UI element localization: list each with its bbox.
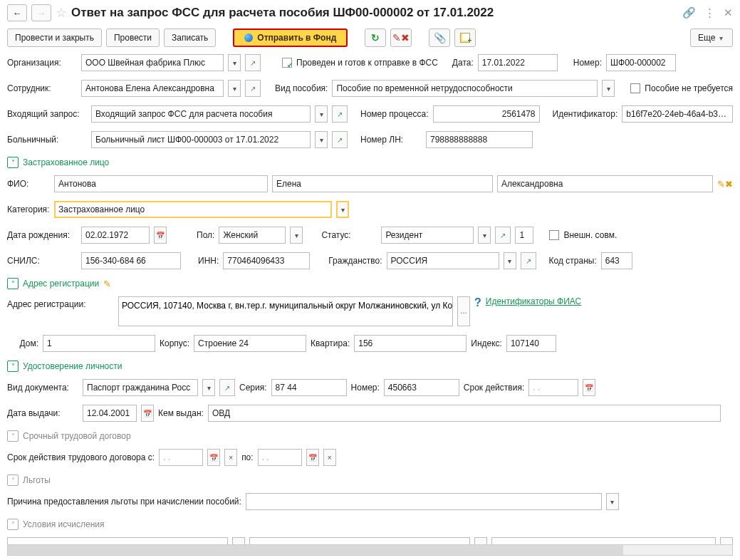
help-icon[interactable]: ? (474, 296, 481, 309)
number-input[interactable]: ШФ00-000002 (606, 54, 676, 71)
country-code-input[interactable]: 643 (601, 252, 632, 269)
link-icon[interactable]: 🔗 (682, 6, 696, 19)
kebab-icon[interactable]: ⋮ (704, 6, 715, 19)
doc-kind-open[interactable]: ↗ (219, 379, 235, 396)
employee-dd[interactable]: ▾ (228, 80, 241, 97)
send-to-fund-label: Отправить в Фонд (257, 33, 336, 43)
section-contract[interactable]: ˅ Срочный трудовой договор (7, 430, 733, 442)
sicklist-dd[interactable]: ▾ (315, 131, 328, 148)
remove-person-button[interactable]: ✎✖ (390, 28, 412, 47)
lastname-input[interactable]: Антонова (54, 175, 268, 192)
edit-address-icon[interactable]: ✎ (103, 279, 111, 289)
incoming-label: Входящий запрос: (7, 109, 87, 119)
series-input[interactable]: 87 44 (271, 379, 347, 396)
chevron-down-icon: ˅ (7, 475, 19, 486)
more-label: Еще (698, 33, 715, 43)
inn-input[interactable]: 770464096433 (223, 252, 310, 269)
chevron-down-icon: ˅ (7, 430, 19, 442)
sicklist-input[interactable]: Больничный лист ШФ00-000003 от 17.01.202… (91, 131, 311, 148)
section-insured-person[interactable]: ˅ Застрахованное лицо (7, 157, 733, 168)
doc-status: Проведен и готов к отправке в ФСС (296, 58, 438, 68)
status-icon (282, 58, 292, 68)
patronymic-input[interactable]: Александровна (497, 175, 713, 192)
contract-from-cal[interactable]: 📅 (207, 449, 220, 466)
incoming-dd[interactable]: ▾ (315, 105, 328, 123)
external-combined-checkbox[interactable] (549, 230, 559, 240)
organization-open[interactable]: ↗ (245, 54, 261, 71)
issued-by-input[interactable]: ОВД (208, 405, 721, 422)
corpus-input[interactable]: Строение 24 (194, 335, 306, 352)
address-more[interactable]: … (457, 296, 470, 326)
star-icon[interactable]: ☆ (56, 5, 67, 21)
zip-input[interactable]: 107140 (506, 335, 556, 352)
create-from-button[interactable] (454, 28, 476, 47)
horizontal-scrollbar[interactable] (7, 544, 733, 556)
status-dd[interactable]: ▾ (478, 227, 491, 244)
benefit-not-required-checkbox[interactable] (630, 83, 640, 93)
more-button[interactable]: Еще ▾ (690, 28, 733, 47)
employee-open[interactable]: ↗ (245, 80, 261, 97)
process-input[interactable]: 2561478 (433, 105, 540, 123)
edit-fio-icon[interactable]: ✎✖ (717, 179, 733, 190)
attachments-button[interactable]: 📎 (429, 28, 450, 47)
benefit-kind-input[interactable]: Пособие по временной нетрудоспособности (332, 80, 598, 97)
citizenship-open[interactable]: ↗ (521, 252, 536, 269)
sex-dd[interactable]: ▾ (290, 227, 303, 244)
citizenship-dd[interactable]: ▾ (504, 252, 516, 269)
nav-back-button[interactable]: ← (7, 4, 27, 21)
sex-input[interactable]: Женский (219, 227, 286, 244)
docnum-input[interactable]: 450663 (384, 379, 459, 396)
dob-input[interactable]: 02.02.1972 (81, 227, 150, 244)
snils-input[interactable]: 156-340-684 66 (81, 252, 181, 269)
contract-to-cal[interactable]: 📅 (306, 449, 319, 466)
doc-kind-input[interactable]: Паспорт гражданина Росс (83, 379, 198, 396)
benefit-reason-dd[interactable]: ▾ (606, 493, 619, 510)
contract-from-input[interactable]: . . (159, 449, 203, 466)
section-identity-doc[interactable]: ˅ Удостоверение личности (7, 361, 733, 372)
series-label: Серия: (239, 383, 267, 393)
dob-cal[interactable]: 📅 (154, 227, 167, 244)
contract-to-clear[interactable]: × (323, 449, 336, 466)
nav-forward-button[interactable]: → (31, 4, 51, 21)
firstname-input[interactable]: Елена (272, 175, 493, 192)
sicklist-open[interactable]: ↗ (332, 131, 348, 148)
valid-cal[interactable]: 📅 (583, 379, 595, 396)
employee-input[interactable]: Антонова Елена Александровна (81, 80, 224, 97)
incoming-input[interactable]: Входящий запрос ФСС для расчета пособия (91, 105, 311, 123)
organization-label: Организация: (7, 58, 77, 68)
section-benefits-label: Льготы (23, 475, 51, 485)
category-dd[interactable]: ▾ (336, 201, 349, 218)
contract-to-input[interactable]: . . (258, 449, 302, 466)
incoming-open[interactable]: ↗ (332, 105, 348, 123)
valid-input[interactable]: . . (528, 379, 578, 396)
status-input[interactable]: Резидент (381, 227, 474, 244)
section-address[interactable]: ˅ Адрес регистрации ✎ (7, 278, 733, 289)
organization-dd[interactable]: ▾ (228, 54, 241, 71)
flat-input[interactable]: 156 (354, 335, 467, 352)
doc-kind-dd[interactable]: ▾ (202, 379, 215, 396)
identifier-input[interactable]: b16f7e20-24eb-46a4-b34c-cbc075a8 (622, 105, 733, 123)
fias-link[interactable]: Идентификаторы ФИАС (486, 296, 581, 306)
close-icon[interactable]: ✕ (724, 6, 733, 19)
refresh-button[interactable]: ↻ (365, 28, 386, 47)
contract-from-clear[interactable]: × (224, 449, 237, 466)
issued-cal[interactable]: 📅 (141, 405, 154, 422)
status-code-input[interactable]: 1 (515, 227, 533, 244)
date-input[interactable]: 17.01.2022 (478, 54, 558, 71)
citizenship-input[interactable]: РОССИЯ (387, 252, 499, 269)
issued-input[interactable]: 12.04.2001 (83, 405, 137, 422)
section-calc[interactable]: ˅ Условия исчисления (7, 519, 733, 530)
organization-input[interactable]: ООО Швейная фабрика Плюс (81, 54, 224, 71)
benefit-reason-input[interactable] (246, 493, 602, 510)
ln-input[interactable]: 798888888888 (426, 131, 533, 148)
save-button[interactable]: Записать (164, 28, 216, 47)
post-and-close-button[interactable]: Провести и закрыть (7, 28, 102, 47)
address-input[interactable] (118, 296, 453, 326)
send-to-fund-button[interactable]: Отправить в Фонд (233, 28, 348, 47)
post-button[interactable]: Провести (106, 28, 160, 47)
status-open[interactable]: ↗ (495, 227, 511, 244)
category-input[interactable]: Застрахованное лицо (54, 201, 332, 218)
benefit-kind-dd[interactable]: ▾ (602, 80, 615, 97)
section-benefits[interactable]: ˅ Льготы (7, 475, 733, 486)
house-input[interactable]: 1 (43, 335, 155, 352)
